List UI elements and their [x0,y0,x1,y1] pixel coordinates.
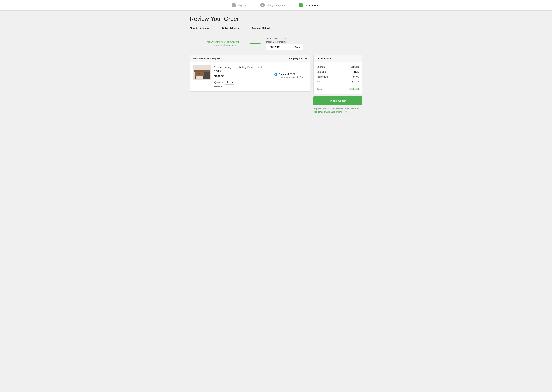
detail-row-tax: Tax $13.15 [317,80,359,83]
svg-rect-0 [194,70,210,72]
table-row: Sauder Harvey Park Writing Desk, Grand W… [190,62,310,91]
shipping-value: FREE [353,70,359,73]
stepper-bar: 1 Shipping 2 Billing & Payment 3 Order R… [0,0,552,11]
detail-row-total: Total $189.53 [317,85,359,91]
promo-label-line2: or Rewards Certificate [266,41,287,43]
tax-label: Tax [317,80,320,83]
seller-label: Items sold by Homesquare [193,57,220,60]
order-details-header: Order Details [314,55,362,63]
subtotal-label: Subtotal [317,66,325,68]
item-name: Sauder Harvey Park Writing Desk, Grand W… [214,65,268,73]
step-billing-label: Billing & Payment [266,4,286,7]
legal-and: and [331,111,334,113]
main-container: Review Your Order Shipping Address Billi… [186,15,366,113]
subtotal-value: $181.38 [351,66,359,68]
promo-input-group: Apply [266,44,303,50]
billing-address-label: Billing Address [222,27,239,29]
billing-address-col: Billing Address [222,27,239,30]
svg-rect-3 [199,73,200,74]
order-details-panel: Order Details Subtotal $181.38 Shipping … [313,55,362,113]
step-review-number: 3 [299,3,303,7]
shipping-label: Shipping [317,70,326,73]
shipping-method-column: Standard FREE Delivered by Aug 16 - Aug … [271,65,307,88]
page-title: Review Your Order [190,15,362,22]
detail-row-shipping: Shipping FREE [317,70,359,73]
detail-row-subtotal: Subtotal $181.38 [317,66,359,68]
remove-button[interactable]: Remove [214,85,268,88]
legal-prefix: By placing this order, you agree to Houz… [313,108,350,110]
step-billing-number: 2 [260,3,265,7]
tax-value: $13.15 [352,80,359,83]
items-panel: Items sold by Homesquare Shipping Method [190,55,310,91]
shipping-option-label: Standard FREE [279,73,296,76]
svg-rect-2 [195,74,203,74]
seller-header: Items sold by Homesquare Shipping Method [190,55,310,62]
step-review-label: Order Review [305,4,321,7]
quantity-select[interactable]: 1 2 3 [225,80,234,84]
step-shipping-label: Shipping [238,4,247,7]
item-quantity-row: Quantity: 1 2 3 [214,80,268,84]
item-info: Sauder Harvey Park Writing Desk, Grand W… [214,65,268,88]
payment-method-col: Payment Method [252,27,270,30]
shipping-method-header: Shipping Method [288,57,307,60]
shipping-option-standard: Standard FREE Delivered by Aug 16 - Aug … [274,73,304,81]
shipping-option-text: Standard FREE Delivered by Aug 16 - Aug … [279,73,304,81]
step-shipping[interactable]: 1 Shipping [232,3,247,7]
step-billing[interactable]: 2 Billing & Payment [260,3,286,7]
promo-arrow [250,42,261,45]
terms-of-sale-link[interactable]: Terms of Sale [318,111,330,113]
svg-rect-6 [204,72,210,79]
promo-input-area: Promo Code, Gift Card or Rewards Certifi… [266,37,303,50]
shipping-address-label: Shipping Address [190,27,209,29]
payment-method-label: Payment Method [252,27,270,29]
promo-code-input[interactable] [266,44,292,50]
total-label: Total [317,88,323,91]
step-review[interactable]: 3 Order Review [299,3,321,7]
order-details-box: Order Details Subtotal $181.38 Shipping … [313,55,362,94]
step-shipping-number: 1 [232,3,236,7]
promo-box: Apply your Promo Code, Gift Card or Rewa… [203,38,245,49]
svg-rect-4 [195,76,196,79]
privacy-policy-link[interactable]: Privacy Policy [334,111,346,113]
promo-section: Apply your Promo Code, Gift Card or Rewa… [190,37,362,50]
shipping-delivery-date: Delivered by Aug 16 - Aug 23 [279,76,304,81]
total-value: $189.53 [349,88,359,91]
promotions-label: Promotions [317,76,328,78]
quantity-label: Quantity: [214,81,223,84]
apply-button[interactable]: Apply [292,44,303,50]
item-price: $181.38 [214,75,268,78]
order-layout: Items sold by Homesquare Shipping Method [190,55,362,113]
promo-label: Promo Code, Gift Card or Rewards Certifi… [266,37,303,43]
address-row: Shipping Address Billing Address Payment… [190,27,362,30]
legal-text: By placing this order, you agree to Houz… [313,107,362,113]
shipping-radio-selected[interactable] [274,73,277,76]
promotions-value: -$5.00 [352,76,359,78]
svg-rect-5 [203,76,204,79]
detail-row-promotions: Promotions -$5.00 [317,76,359,78]
order-details-body: Subtotal $181.38 Shipping FREE Promotion… [314,63,362,94]
shipping-address-col: Shipping Address [190,27,209,30]
place-order-button[interactable]: Place Order [313,96,362,105]
promo-label-line1: Promo Code, Gift Card [266,37,287,40]
product-image [193,65,211,80]
